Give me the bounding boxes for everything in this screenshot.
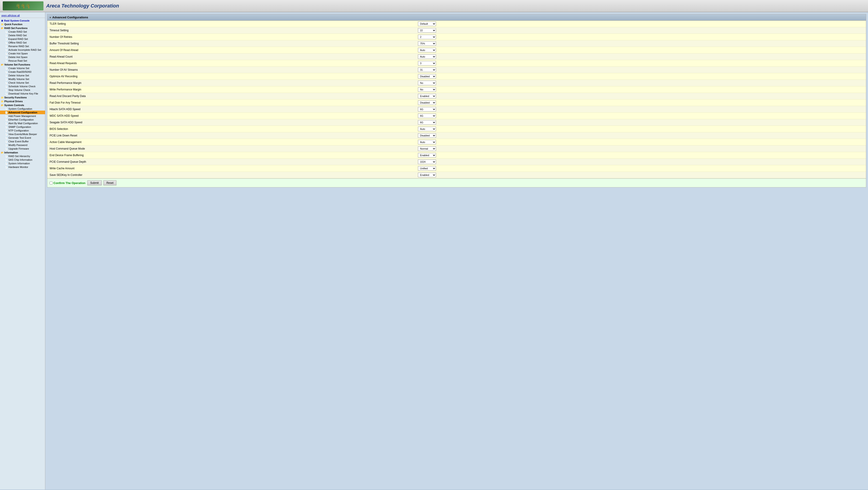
config-select[interactable]: EnabledDisabled: [418, 173, 436, 177]
config-select[interactable]: NoYes: [418, 81, 436, 85]
config-select[interactable]: 312: [418, 61, 436, 65]
config-control[interactable]: NoYes: [416, 86, 866, 93]
sidebar-item-delete-hot-spare[interactable]: 📄Delete Hot Spare: [0, 55, 45, 59]
config-control[interactable]: 235: [416, 34, 866, 40]
table-row: Number Of AV Streams31168: [47, 67, 866, 73]
config-select[interactable]: 223060: [418, 28, 436, 33]
sidebar-item-expand-raid-set[interactable]: 📄Expand RAID Set: [0, 37, 45, 41]
table-row: BIOS SelectionAutoLegacyUEFI: [47, 126, 866, 132]
config-control[interactable]: NormalHigh: [416, 145, 866, 152]
config-select[interactable]: 235: [418, 35, 436, 39]
sidebar-item-ntp-configuration[interactable]: 📄NTP Configuration: [0, 129, 45, 132]
config-select[interactable]: NoYes: [418, 87, 436, 92]
sidebar-section-raid-set-functions[interactable]: 📂 RAID Set Functions: [0, 26, 45, 30]
config-control[interactable]: DisabledEnabled: [416, 73, 866, 80]
confirm-checkbox[interactable]: [50, 181, 53, 184]
sidebar-section-information[interactable]: 📂 Information: [0, 151, 45, 154]
sidebar-item-rename-raid-set[interactable]: 📄Rename RAID Set: [0, 45, 45, 48]
sidebar-section-volume-set-functions[interactable]: 📂 Volume Set Functions: [0, 63, 45, 66]
open-all-link[interactable]: open all: [1, 14, 10, 17]
sidebar-item-offline-raid-set[interactable]: 📄Offline RAID Set: [0, 41, 45, 45]
config-select[interactable]: EnabledDisabled: [418, 153, 436, 157]
sidebar-item-hardware-monitor[interactable]: 📄Hardware Monitor: [0, 165, 45, 169]
config-control[interactable]: AutoOnOff: [416, 139, 866, 145]
close-all-link[interactable]: close all: [11, 14, 20, 17]
config-control[interactable]: 223060: [416, 27, 866, 34]
sidebar-item-rescue-raid-set[interactable]: 📄Rescue Raid Set: [0, 59, 45, 62]
sidebar-item-activate-incomplete-raid-set[interactable]: 📄Activate Incomplete RAID Set: [0, 48, 45, 52]
sidebar-item-system-configuration[interactable]: 📄System Configuration: [0, 107, 45, 111]
config-select[interactable]: 1024512256: [418, 160, 436, 164]
config-select[interactable]: AutoLegacyUEFI: [418, 127, 436, 131]
sidebar-item-system-information[interactable]: 📄System Information: [0, 162, 45, 165]
reset-button[interactable]: Reset: [103, 180, 116, 185]
config-select[interactable]: Auto12: [418, 54, 436, 59]
sidebar-section-system-controls[interactable]: 📂 System Controls: [0, 103, 45, 107]
sidebar-item-stop-volume-check[interactable]: 📄Stop Volume Check: [0, 88, 45, 92]
sidebar-item-sas-chip-information[interactable]: 📄SAS Chip Information: [0, 158, 45, 162]
sidebar-item-download-volume-key-file[interactable]: 📄Download Volume Key File: [0, 92, 45, 95]
sidebar-item-raid-system-console[interactable]: 🖥 Raid System Console: [0, 19, 45, 23]
config-select[interactable]: 6G3G1.5G: [418, 107, 436, 112]
sidebar-item-create-raid-set[interactable]: 📄Create RAID Set: [0, 30, 45, 33]
config-control[interactable]: NoYes: [416, 80, 866, 86]
config-label: End Device Frame Buffering: [47, 152, 416, 158]
sidebar-item-raid-set-hierarchy[interactable]: 📄RAID Set Hierarchy: [0, 154, 45, 158]
config-control[interactable]: 31168: [416, 67, 866, 73]
config-select[interactable]: DisabledEnabled: [418, 100, 436, 105]
config-control[interactable]: UnifiedSplit: [416, 165, 866, 172]
sidebar-item-modify-password[interactable]: 📄Modify Password: [0, 143, 45, 147]
sidebar-item-create-raid305060[interactable]: 📄Create Raid30/50/60: [0, 70, 45, 74]
config-select[interactable]: 75%50%25%: [418, 41, 436, 46]
sidebar-item-upgrade-firmware[interactable]: 📄Upgrade Firmware: [0, 147, 45, 150]
sidebar-item-check-volume-set[interactable]: 📄Check Volume Set: [0, 81, 45, 85]
config-control[interactable]: EnabledDisabled: [416, 172, 866, 178]
sidebar-section-security-functions[interactable]: 📁 Security Functions: [0, 96, 45, 99]
config-control[interactable]: DisabledEnabled: [416, 99, 866, 106]
table-row: Optimize AV RecordingDisabledEnabled: [47, 73, 866, 80]
config-select[interactable]: EnabledDisabled: [418, 94, 436, 98]
config-select[interactable]: 31168: [418, 67, 436, 72]
config-control[interactable]: Default5s7s: [416, 21, 866, 27]
config-select[interactable]: AutoNoneAll: [418, 48, 436, 52]
config-control[interactable]: 6G3G1.5G: [416, 106, 866, 113]
sidebar-item-alert-by-mail-configuration[interactable]: 📄Alert By Mail Configuration: [0, 121, 45, 125]
config-select[interactable]: Default5s7s: [418, 22, 436, 26]
sidebar-item-advanced-configuration[interactable]: 📄Advanced Configuration: [0, 111, 45, 114]
config-control[interactable]: AutoLegacyUEFI: [416, 126, 866, 132]
config-control[interactable]: 312: [416, 60, 866, 67]
config-control[interactable]: 75%50%25%: [416, 40, 866, 47]
sidebar-item-schedule-volume-check[interactable]: 📄Schedule Volume Check: [0, 85, 45, 88]
sidebar-item-view-events-mute-beeper[interactable]: 📄View Events/Mute Beeper: [0, 132, 45, 136]
sidebar-item-delete-volume-set[interactable]: 📄Delete Volume Set: [0, 74, 45, 77]
config-select[interactable]: UnifiedSplit: [418, 166, 436, 171]
config-control[interactable]: EnabledDisabled: [416, 152, 866, 158]
config-select[interactable]: NormalHigh: [418, 146, 436, 151]
sidebar-item-create-hot-spare[interactable]: 📄Create Hot Spare: [0, 52, 45, 55]
config-control[interactable]: Auto12: [416, 54, 866, 60]
sidebar-item-ethernet-configuration[interactable]: 📄EtherNet Configuration: [0, 118, 45, 121]
config-select[interactable]: AutoOnOff: [418, 140, 436, 144]
config-select[interactable]: 6G3G1.5G: [418, 120, 436, 125]
confirm-label[interactable]: Confirm The Operation: [50, 181, 86, 185]
config-control[interactable]: DisabledEnabled: [416, 132, 866, 139]
config-select[interactable]: DisabledEnabled: [418, 133, 436, 138]
config-control[interactable]: AutoNoneAll: [416, 47, 866, 54]
sidebar-item-create-volume-set[interactable]: 📄Create Volume Set: [0, 66, 45, 70]
sidebar-item-generate-test-event[interactable]: 📄Generate Test Event: [0, 136, 45, 140]
config-select[interactable]: 6G3G1.5G: [418, 114, 436, 118]
config-control[interactable]: 6G3G1.5G: [416, 113, 866, 119]
main-content: Advanced Configurations TLER SettingDefa…: [45, 12, 868, 490]
sidebar-item-hdd-power-management[interactable]: 📄Hdd Power Management: [0, 114, 45, 118]
config-control[interactable]: 1024512256: [416, 158, 866, 165]
config-control[interactable]: 6G3G1.5G: [416, 119, 866, 126]
sidebar-section-quick-function[interactable]: 📁 Quick Function: [0, 23, 45, 26]
sidebar-item-delete-raid-set[interactable]: 📄Delete RAID Set: [0, 33, 45, 37]
sidebar-section-physical-drives[interactable]: 📁 Physical Drives: [0, 99, 45, 103]
sidebar-item-clear-event-buffer[interactable]: 📄Clear Event Buffer: [0, 140, 45, 143]
sidebar-item-modify-volume-set[interactable]: 📄Modify Volume Set: [0, 77, 45, 81]
submit-button[interactable]: Submit: [87, 180, 102, 185]
sidebar-item-snmp-configuration[interactable]: 📄SNMP Configuration: [0, 125, 45, 129]
config-control[interactable]: EnabledDisabled: [416, 93, 866, 99]
config-select[interactable]: DisabledEnabled: [418, 74, 436, 79]
